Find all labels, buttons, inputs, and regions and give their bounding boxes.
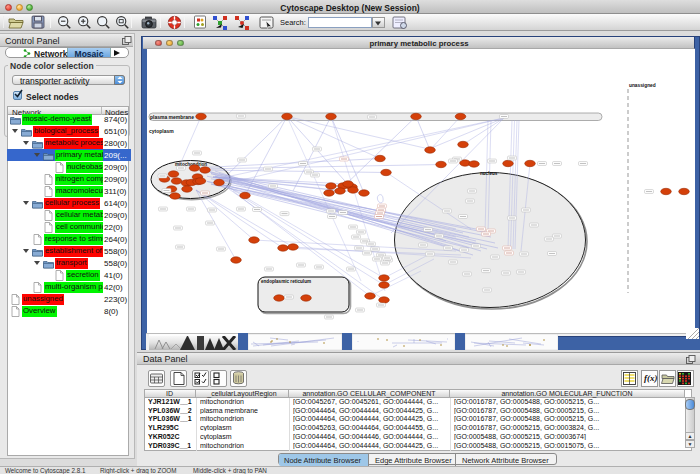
svg-text:cytoplasm: cytoplasm (149, 128, 174, 134)
svg-text:plasma membrane: plasma membrane (150, 114, 194, 120)
svg-text:unassigned: unassigned (629, 83, 656, 88)
svg-text:nucleus: nucleus (480, 171, 498, 176)
svg-text:endoplasmic reticulum: endoplasmic reticulum (261, 279, 311, 284)
